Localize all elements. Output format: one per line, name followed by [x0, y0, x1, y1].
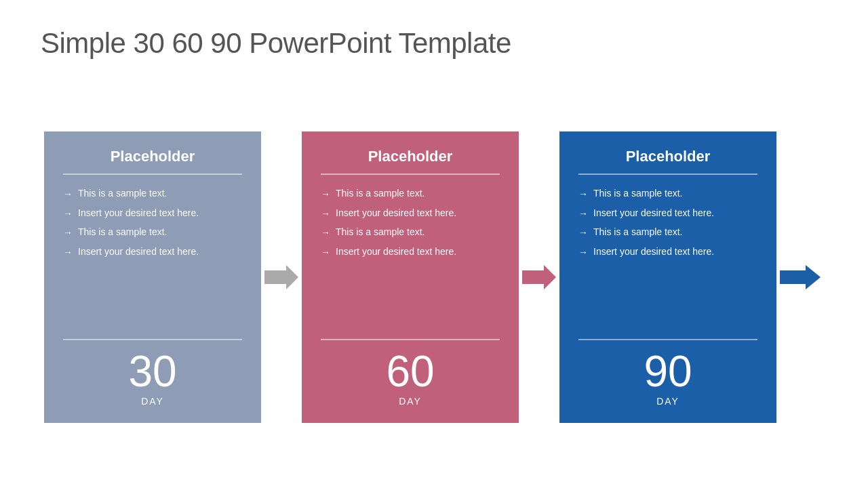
- list-item: → This is a sample text.: [321, 226, 500, 240]
- list-item: → This is a sample text.: [63, 226, 242, 240]
- arrow-icon-1: [264, 265, 298, 289]
- list-item-text: Insert your desired text here.: [336, 207, 456, 220]
- card-90-list: → This is a sample text. → Insert your d…: [578, 187, 757, 327]
- card-90-day-number: 90: [578, 350, 757, 393]
- card-90-number: 90 DAY: [578, 350, 757, 407]
- list-item: → Insert your desired text here.: [578, 207, 757, 221]
- card-90-day-label: DAY: [578, 396, 757, 407]
- bullet-icon: →: [578, 246, 588, 260]
- card-90: Placeholder → This is a sample text. → I…: [559, 131, 776, 423]
- bullet-icon: →: [63, 207, 73, 221]
- svg-marker-2: [780, 265, 821, 289]
- list-item: → This is a sample text.: [321, 187, 500, 201]
- card-30-number: 30 DAY: [63, 350, 242, 407]
- list-item: → This is a sample text.: [578, 187, 757, 201]
- list-item-text: Insert your desired text here.: [78, 207, 199, 220]
- list-item: → Insert your desired text here.: [578, 245, 757, 260]
- card-30-day-number: 30: [63, 350, 242, 393]
- card-30-heading: Placeholder: [63, 148, 242, 165]
- card-30-day-label: DAY: [63, 396, 242, 407]
- bullet-icon: →: [321, 246, 330, 260]
- card-60-bottom-divider: [321, 339, 500, 340]
- list-item-text: This is a sample text.: [78, 187, 167, 201]
- bullet-icon: →: [578, 226, 588, 240]
- card-60: Placeholder → This is a sample text. → I…: [302, 131, 519, 423]
- page: Simple 30 60 90 PowerPoint Template Plac…: [0, 0, 868, 488]
- card-60-number: 60 DAY: [321, 350, 500, 407]
- card-30-list: → This is a sample text. → Insert your d…: [63, 187, 242, 327]
- list-item-text: This is a sample text.: [336, 187, 425, 201]
- connector-arrow-2: [519, 265, 559, 289]
- list-item-text: This is a sample text.: [336, 226, 425, 239]
- page-title: Simple 30 60 90 PowerPoint Template: [41, 27, 827, 60]
- card-90-bottom-divider: [578, 339, 757, 340]
- bullet-icon: →: [578, 207, 588, 221]
- card-30-bottom-divider: [63, 339, 242, 340]
- list-item: → Insert your desired text here.: [63, 245, 242, 260]
- card-60-day-label: DAY: [321, 396, 500, 407]
- list-item: → Insert your desired text here.: [321, 245, 500, 260]
- list-item-text: This is a sample text.: [593, 226, 683, 239]
- list-item-text: This is a sample text.: [78, 226, 167, 239]
- arrow-icon-2: [522, 265, 556, 289]
- list-item: → Insert your desired text here.: [63, 207, 242, 221]
- bullet-icon: →: [321, 188, 330, 201]
- svg-marker-0: [264, 265, 298, 289]
- trailing-arrow-icon: [780, 265, 821, 289]
- card-60-day-number: 60: [321, 350, 500, 393]
- card-60-top-divider: [321, 174, 500, 175]
- card-30: Placeholder → This is a sample text. → I…: [44, 131, 261, 423]
- list-item-text: Insert your desired text here.: [593, 245, 714, 259]
- bullet-icon: →: [321, 226, 330, 240]
- card-30-top-divider: [63, 174, 242, 175]
- card-90-top-divider: [578, 174, 757, 175]
- list-item-text: Insert your desired text here.: [78, 245, 199, 259]
- trailing-arrow: [776, 265, 824, 289]
- svg-marker-1: [522, 265, 556, 289]
- bullet-icon: →: [578, 188, 588, 201]
- list-item-text: This is a sample text.: [593, 187, 683, 201]
- connector-arrow-1: [261, 265, 302, 289]
- card-90-heading: Placeholder: [578, 148, 757, 165]
- bullet-icon: →: [63, 246, 73, 260]
- list-item-text: Insert your desired text here.: [336, 245, 456, 259]
- bullet-icon: →: [321, 207, 330, 221]
- cards-row: Placeholder → This is a sample text. → I…: [41, 87, 827, 468]
- card-60-list: → This is a sample text. → Insert your d…: [321, 187, 500, 327]
- bullet-icon: →: [63, 226, 73, 240]
- bullet-icon: →: [63, 188, 73, 201]
- list-item: → This is a sample text.: [578, 226, 757, 240]
- card-60-heading: Placeholder: [321, 148, 500, 165]
- list-item: → Insert your desired text here.: [321, 207, 500, 221]
- list-item: → This is a sample text.: [63, 187, 242, 201]
- list-item-text: Insert your desired text here.: [593, 207, 714, 220]
